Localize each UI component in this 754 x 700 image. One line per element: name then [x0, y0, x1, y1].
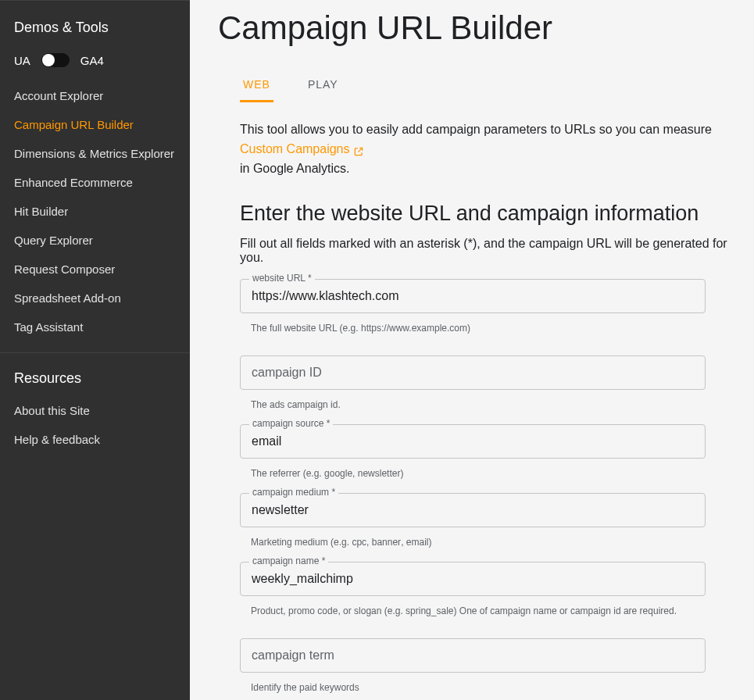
external-link-icon	[353, 144, 364, 155]
help-campaign-name: Product, promo code, or slogan (e.g. spr…	[240, 601, 729, 630]
sidebar-item-enhanced-ecommerce[interactable]: Enhanced Ecommerce	[0, 168, 190, 197]
sidebar-item-request-composer[interactable]: Request Composer	[0, 255, 190, 284]
page-title: Campaign URL Builder	[218, 9, 729, 47]
link-text: Custom Campaigns	[240, 140, 350, 159]
sidebar-item-tag-assistant[interactable]: Tag Assistant	[0, 312, 190, 341]
sidebar-section-resources: Resources	[0, 358, 190, 396]
tab-web[interactable]: WEB	[240, 70, 273, 102]
field-campaign-term	[240, 638, 729, 673]
sidebar-item-dimensions-metrics[interactable]: Dimensions & Metrics Explorer	[0, 139, 190, 168]
toggle-label-ga4: GA4	[80, 54, 104, 67]
toggle-label-ua: UA	[14, 54, 30, 67]
input-campaign-source[interactable]	[240, 424, 706, 459]
intro-line-1: This tool allows you to easily add campa…	[240, 123, 712, 136]
main-content: Campaign URL Builder WEB PLAY This tool …	[190, 0, 754, 700]
sidebar-item-spreadsheet-addon[interactable]: Spreadsheet Add-on	[0, 284, 190, 312]
sidebar-item-hit-builder[interactable]: Hit Builder	[0, 197, 190, 226]
platform-toggle[interactable]	[41, 53, 70, 67]
label-campaign-source: campaign source *	[249, 418, 333, 429]
tabs: WEB PLAY	[218, 70, 729, 103]
section-subtext: Fill out all fields marked with an aster…	[218, 237, 729, 265]
custom-campaigns-link[interactable]: Custom Campaigns	[240, 140, 364, 159]
field-campaign-source: campaign source *	[240, 424, 729, 459]
help-campaign-term: Identify the paid keywords	[240, 677, 729, 700]
ua-ga4-toggle-row: UA GA4	[0, 45, 190, 81]
label-campaign-name: campaign name *	[249, 555, 328, 566]
campaign-form: website URL * The full website URL (e.g.…	[218, 279, 729, 700]
sidebar-item-query-explorer[interactable]: Query Explorer	[0, 226, 190, 255]
sidebar-item-account-explorer[interactable]: Account Explorer	[0, 81, 190, 110]
tab-play[interactable]: PLAY	[305, 70, 341, 102]
label-campaign-medium: campaign medium *	[249, 487, 338, 498]
sidebar-nav-demos: Account Explorer Campaign URL Builder Di…	[0, 81, 190, 341]
sidebar-item-help-feedback[interactable]: Help & feedback	[0, 425, 190, 454]
sidebar-item-campaign-url-builder[interactable]: Campaign URL Builder	[0, 110, 190, 139]
sidebar-divider	[0, 352, 190, 353]
field-campaign-id	[240, 355, 729, 390]
input-campaign-term[interactable]	[240, 638, 706, 673]
sidebar-item-about[interactable]: About this Site	[0, 396, 190, 425]
field-website-url: website URL *	[240, 279, 729, 313]
input-website-url[interactable]	[240, 279, 706, 313]
sidebar: Demos & Tools UA GA4 Account Explorer Ca…	[0, 0, 190, 700]
intro-text: This tool allows you to easily add campa…	[218, 120, 729, 178]
intro-line-2: in Google Analytics.	[240, 162, 350, 175]
input-campaign-id[interactable]	[240, 355, 706, 390]
toggle-knob	[42, 54, 55, 66]
help-website-url: The full website URL (e.g. https://www.e…	[240, 318, 729, 348]
field-campaign-name: campaign name *	[240, 562, 729, 596]
section-heading: Enter the website URL and campaign infor…	[218, 202, 729, 226]
label-website-url: website URL *	[249, 273, 315, 284]
input-campaign-medium[interactable]	[240, 493, 706, 527]
sidebar-section-demos: Demos & Tools	[0, 7, 190, 45]
sidebar-nav-resources: About this Site Help & feedback	[0, 396, 190, 454]
field-campaign-medium: campaign medium *	[240, 493, 729, 527]
input-campaign-name[interactable]	[240, 562, 706, 596]
